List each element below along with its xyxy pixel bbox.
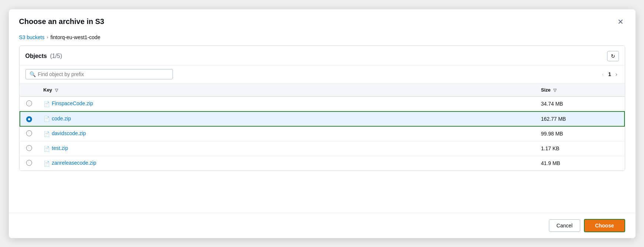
pagination-controls: ‹ 1 › <box>601 71 619 78</box>
radio-unselected[interactable] <box>26 145 32 151</box>
next-icon: › <box>616 71 617 77</box>
pagination-current-page: 1 <box>608 71 611 77</box>
radio-cell <box>20 96 38 112</box>
col-header-radio <box>20 83 38 97</box>
table-row[interactable]: 📄code.zip162.77 MB <box>20 112 624 126</box>
size-cell: 34.74 MB <box>536 96 624 112</box>
close-button[interactable]: ✕ <box>616 17 625 27</box>
file-icon: 📄 <box>43 131 50 137</box>
search-box: 🔍 <box>25 69 173 79</box>
table-row[interactable]: 📄FinspaceCode.zip34.74 MB <box>20 96 624 112</box>
table-row[interactable]: 📄test.zip1.17 KB <box>20 141 624 156</box>
file-icon: 📄 <box>43 116 50 122</box>
choose-button[interactable]: Choose <box>584 219 625 232</box>
breadcrumb-current: fintorq-eu-west1-code <box>51 34 100 40</box>
key-cell: 📄test.zip <box>38 141 536 156</box>
objects-count: (1/5) <box>50 53 62 59</box>
table-header-row: Key ▽ Size ▽ <box>20 83 624 97</box>
breadcrumb: S3 buckets › fintorq-eu-west1-code <box>9 33 636 45</box>
modal-header: Choose an archive in S3 ✕ <box>9 9 636 33</box>
radio-unselected[interactable] <box>26 160 32 166</box>
key-cell: 📄zanreleasecode.zip <box>38 156 536 171</box>
key-cell: 📄code.zip <box>38 112 536 126</box>
col-header-size: Size ▽ <box>536 83 624 97</box>
radio-selected[interactable] <box>26 116 32 122</box>
size-cell: 41.9 MB <box>536 156 624 171</box>
search-row: 🔍 ‹ 1 › <box>20 65 625 83</box>
objects-header: Objects (1/5) ↻ <box>20 46 625 65</box>
radio-cell <box>20 156 38 171</box>
size-cell: 99.98 MB <box>536 126 624 141</box>
modal-container: Choose an archive in S3 ✕ S3 buckets › f… <box>9 9 636 238</box>
breadcrumb-s3-link[interactable]: S3 buckets <box>19 34 45 40</box>
file-link[interactable]: zanreleasecode.zip <box>52 160 97 166</box>
modal-footer: Cancel Choose <box>9 213 636 238</box>
header-right: ↻ <box>607 51 619 61</box>
radio-cell <box>20 126 38 141</box>
radio-unselected[interactable] <box>26 130 32 136</box>
radio-cell <box>20 112 38 126</box>
search-icon: 🔍 <box>29 71 36 77</box>
objects-panel: Objects (1/5) ↻ 🔍 ‹ <box>19 45 625 171</box>
file-icon: 📄 <box>43 146 50 152</box>
cancel-button[interactable]: Cancel <box>549 219 581 232</box>
refresh-button[interactable]: ↻ <box>607 51 619 61</box>
table-row[interactable]: 📄zanreleasecode.zip41.9 MB <box>20 156 624 171</box>
pagination-prev-button[interactable]: ‹ <box>601 71 605 78</box>
prev-icon: ‹ <box>602 71 604 77</box>
col-header-key: Key ▽ <box>38 83 536 97</box>
key-cell: 📄FinspaceCode.zip <box>38 96 536 112</box>
table-row[interactable]: 📄davidscode.zip99.98 MB <box>20 126 624 141</box>
file-link[interactable]: test.zip <box>52 145 68 151</box>
pagination-next-button[interactable]: › <box>614 71 619 78</box>
breadcrumb-separator: › <box>47 35 48 40</box>
size-sort-icon: ▽ <box>553 88 556 93</box>
key-cell: 📄davidscode.zip <box>38 126 536 141</box>
size-cell: 162.77 MB <box>536 112 624 126</box>
objects-title-text: Objects <box>25 53 47 59</box>
file-link[interactable]: FinspaceCode.zip <box>52 100 93 106</box>
file-link[interactable]: code.zip <box>52 116 71 121</box>
size-cell: 1.17 KB <box>536 141 624 156</box>
radio-cell <box>20 141 38 156</box>
search-input[interactable] <box>38 71 169 77</box>
file-icon: 📄 <box>43 101 50 107</box>
refresh-icon: ↻ <box>611 53 615 59</box>
objects-table: Key ▽ Size ▽ 📄FinspaceCode.zip34.74 MB📄c… <box>20 83 625 171</box>
modal-title: Choose an archive in S3 <box>19 17 104 26</box>
modal-body: Objects (1/5) ↻ 🔍 ‹ <box>9 45 636 207</box>
radio-unselected[interactable] <box>26 100 32 106</box>
key-sort-icon: ▽ <box>55 88 58 93</box>
objects-title: Objects (1/5) <box>25 53 62 59</box>
file-link[interactable]: davidscode.zip <box>52 130 86 136</box>
file-icon: 📄 <box>43 161 50 167</box>
